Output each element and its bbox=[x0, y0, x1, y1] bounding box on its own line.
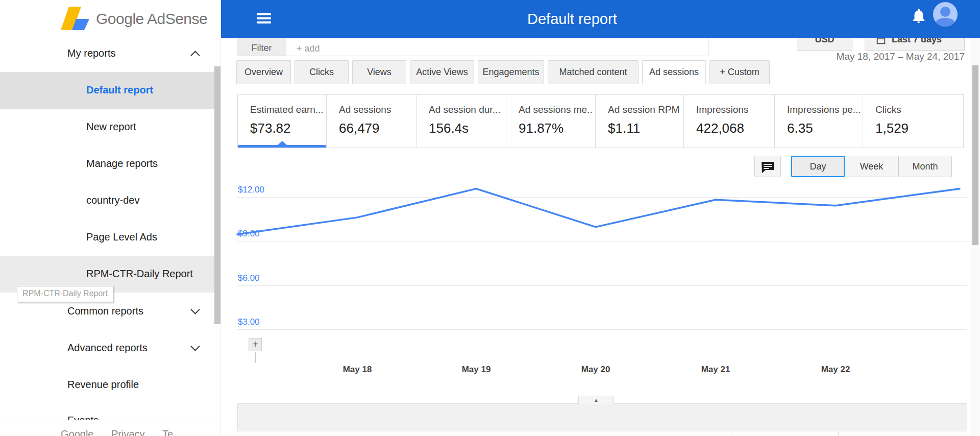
adsense-report-screen: Google AdSense My reports Default report… bbox=[0, 0, 980, 436]
sidebar-tooltip: RPM-CTR-Daily Report bbox=[17, 286, 113, 302]
granularity-week-button[interactable]: Week bbox=[845, 156, 898, 177]
metric-label: Estimated earn... bbox=[250, 104, 326, 115]
metric-label: Impressions bbox=[696, 104, 774, 115]
metric-card-impressions[interactable]: Impressions 422,068 bbox=[683, 94, 775, 148]
comment-icon bbox=[761, 161, 774, 174]
footer-link-terms[interactable]: Te bbox=[162, 428, 173, 436]
brand-google: Google bbox=[96, 10, 144, 27]
sidebar-item-new-report[interactable]: New report bbox=[86, 121, 136, 133]
brand-text: Google AdSense bbox=[96, 10, 207, 28]
metric-label: Ad sessions bbox=[339, 104, 416, 115]
earnings-line-series bbox=[237, 189, 960, 234]
metric-value: 6.35 bbox=[787, 120, 863, 136]
metric-value: 66,479 bbox=[339, 120, 416, 136]
metric-card-ad-sessions[interactable]: Ad sessions 66,479 bbox=[326, 94, 416, 148]
tab-overview[interactable]: Overview bbox=[236, 60, 291, 84]
sidebar-item-rpm-ctr-daily-report[interactable]: RPM-CTR-Daily Report bbox=[86, 268, 193, 280]
sidebar-scrollbar[interactable] bbox=[214, 66, 220, 324]
metric-label: Clicks bbox=[875, 104, 963, 115]
tab-add-custom[interactable]: + Custom bbox=[709, 60, 770, 84]
metric-card-ad-session-duration[interactable]: Ad session dur... 156.4s bbox=[416, 94, 506, 148]
sidebar: Google AdSense My reports Default report… bbox=[0, 0, 221, 436]
table-pagination-bar bbox=[237, 403, 967, 431]
tab-views[interactable]: Views bbox=[352, 60, 406, 84]
app-header: Default report bbox=[221, 0, 980, 38]
granularity-month-button[interactable]: Month bbox=[898, 156, 952, 177]
metric-card-ad-session-rpm[interactable]: Ad session RPM $1.11 bbox=[595, 94, 684, 148]
sidebar-section-common-reports[interactable]: Common reports bbox=[67, 305, 143, 317]
logo-row: Google AdSense bbox=[0, 0, 221, 35]
sidebar-item-country-dev[interactable]: country-dev bbox=[86, 195, 140, 206]
footer-link-google[interactable]: Google bbox=[61, 428, 94, 436]
notifications-bell-icon[interactable] bbox=[910, 7, 927, 25]
metric-card-ad-sessions-metric[interactable]: Ad sessions me.. 91.87% bbox=[506, 94, 596, 148]
chevron-down-icon[interactable] bbox=[190, 305, 200, 314]
user-avatar[interactable] bbox=[933, 2, 958, 27]
sidebar-section-my-reports[interactable]: My reports bbox=[67, 47, 115, 59]
table-column-divider bbox=[838, 432, 839, 436]
tab-engagements[interactable]: Engagements bbox=[478, 60, 544, 84]
tab-ad-sessions[interactable]: Ad sessions bbox=[642, 60, 706, 84]
metric-label: Ad session RPM bbox=[608, 104, 683, 115]
sidebar-item-default-report[interactable]: Default report bbox=[86, 84, 153, 96]
sidebar-item-revenue-profile[interactable]: Revenue profile bbox=[67, 379, 139, 391]
sidebar-section-advanced-reports[interactable]: Advanced reports bbox=[67, 342, 148, 354]
sidebar-item-manage-reports[interactable]: Manage reports bbox=[86, 158, 158, 169]
metric-label: Ad session dur... bbox=[429, 104, 506, 115]
selected-metric-underline bbox=[238, 145, 326, 148]
metric-cards-row: Estimated earn... $73.82 Ad sessions 66,… bbox=[237, 94, 967, 148]
chevron-up-icon[interactable] bbox=[190, 51, 200, 60]
collapse-table-button[interactable]: ▲ bbox=[578, 396, 614, 404]
metric-label: Ad sessions me.. bbox=[519, 104, 595, 115]
selected-metric-notch bbox=[278, 141, 287, 145]
metric-value: 422,068 bbox=[696, 120, 774, 136]
menu-hamburger-icon[interactable] bbox=[257, 13, 271, 25]
tab-matched-content[interactable]: Matched content bbox=[548, 60, 639, 84]
page-title: Default report bbox=[527, 11, 617, 28]
table-column-divider bbox=[731, 432, 731, 436]
sidebar-item-page-level-ads[interactable]: Page Level Ads bbox=[86, 231, 157, 243]
footer-link-privacy[interactable]: Privacy bbox=[111, 428, 145, 436]
granularity-day-button[interactable]: Day bbox=[791, 156, 845, 177]
metric-label: Impressions pe... bbox=[787, 104, 863, 115]
brand-adsense: AdSense bbox=[147, 10, 207, 27]
chart-canvas bbox=[221, 179, 980, 383]
table-column-divider bbox=[897, 432, 897, 436]
add-filter-button[interactable]: + add bbox=[297, 43, 320, 54]
metric-value: 1,529 bbox=[875, 120, 963, 136]
add-annotation-button[interactable]: + bbox=[249, 338, 262, 351]
metric-value: $73.82 bbox=[250, 120, 326, 136]
main-scrollbar-thumb[interactable] bbox=[972, 65, 978, 245]
sidebar-footer: Google Privacy Te bbox=[0, 420, 214, 436]
tab-active-views[interactable]: Active Views bbox=[410, 60, 474, 84]
adsense-logo-icon bbox=[61, 7, 91, 30]
tab-clicks[interactable]: Clicks bbox=[295, 60, 349, 84]
metric-card-estimated-earnings[interactable]: Estimated earn... $73.82 bbox=[237, 94, 327, 148]
metric-card-clicks[interactable]: Clicks 1,529 bbox=[863, 94, 964, 148]
comment-button[interactable] bbox=[754, 156, 781, 177]
metric-value: 91.87% bbox=[519, 120, 595, 136]
date-range-text: May 18, 2017 – May 24, 2017 bbox=[812, 51, 965, 62]
metric-card-impressions-per[interactable]: Impressions pe... 6.35 bbox=[774, 94, 863, 148]
chevron-down-icon[interactable] bbox=[190, 342, 200, 351]
table-top-edge bbox=[237, 432, 967, 436]
metric-value: 156.4s bbox=[429, 120, 506, 136]
metric-value: $1.11 bbox=[608, 120, 683, 136]
